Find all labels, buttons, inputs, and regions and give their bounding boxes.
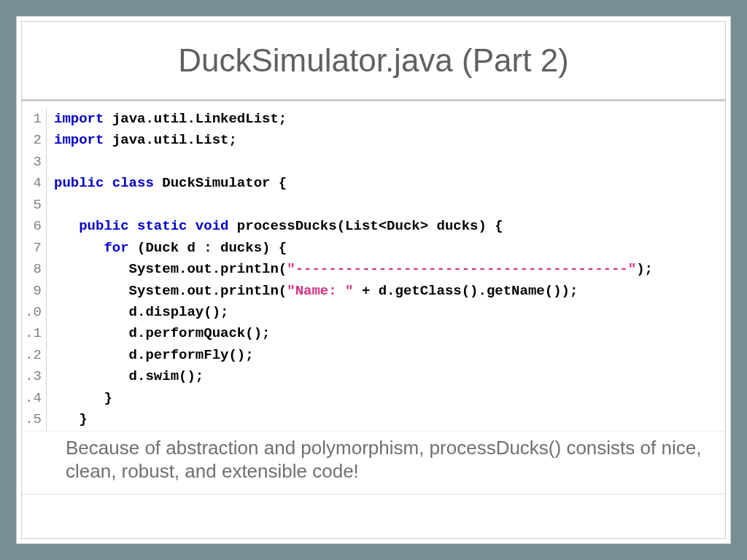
line-number: 6 [22,216,42,237]
line-number: 2 [22,130,42,151]
line-number: 8 [22,259,42,280]
code-line: d.performFly(); [54,345,653,366]
code-line: public static void processDucks(List<Duc… [54,216,653,237]
code-line: d.swim(); [54,366,653,387]
line-number: .4 [22,388,42,409]
code-content: import java.util.LinkedList;import java.… [47,109,653,431]
code-line [54,195,653,216]
line-number: .3 [22,366,42,387]
line-number: 9 [22,281,42,302]
code-line: System.out.println("--------------------… [54,259,653,280]
slide-frame: DuckSimulator.java (Part 2) 123456789.0.… [16,16,731,544]
line-number: .1 [22,323,42,344]
line-number: .2 [22,345,42,366]
bottom-divider [22,494,725,497]
slide-title: DuckSimulator.java (Part 2) [36,42,711,79]
line-number: 3 [22,152,42,173]
code-line: for (Duck d : ducks) { [54,238,653,259]
code-line: import java.util.List; [54,130,653,151]
code-line: } [54,388,653,409]
slide-caption: Because of abstraction and polymorphism,… [22,431,725,483]
line-number: 1 [22,109,42,130]
code-line [54,152,653,173]
line-number: .5 [22,409,42,430]
title-container: DuckSimulator.java (Part 2) [22,22,725,101]
line-number: 5 [22,195,42,216]
slide-inner: DuckSimulator.java (Part 2) 123456789.0.… [21,21,726,539]
code-line: d.display(); [54,302,653,323]
code-line: d.performQuack(); [54,323,653,344]
line-number-gutter: 123456789.0.1.2.3.4.5 [22,109,47,431]
code-line: System.out.println("Name: " + d.getClass… [54,281,653,302]
line-number: 4 [22,173,42,194]
code-line: public class DuckSimulator { [54,173,653,194]
line-number: 7 [22,238,42,259]
code-line: import java.util.LinkedList; [54,109,653,130]
code-line: } [54,409,653,430]
code-block: 123456789.0.1.2.3.4.5 import java.util.L… [22,109,725,431]
code-area: 123456789.0.1.2.3.4.5 import java.util.L… [22,101,725,538]
line-number: .0 [22,302,42,323]
